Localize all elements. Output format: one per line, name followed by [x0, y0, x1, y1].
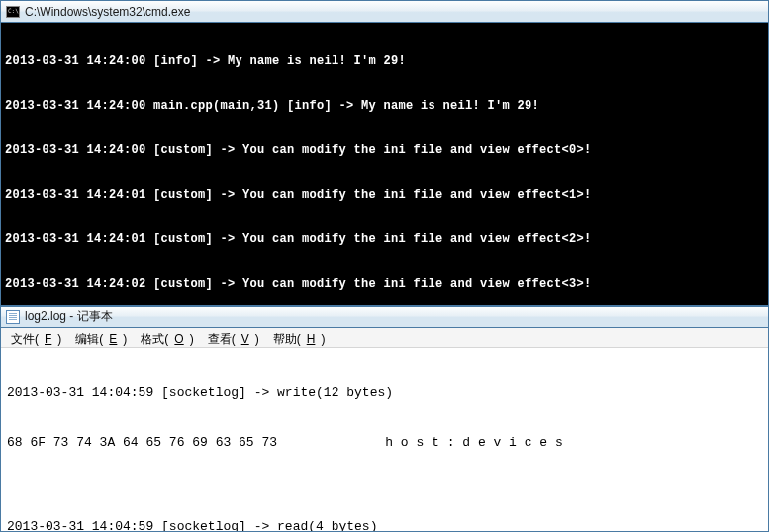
cmd-line: 2013-03-31 14:24:02 [custom] -> You can …	[5, 277, 764, 292]
cmd-line: 2013-03-31 14:24:00 [custom] -> You can …	[5, 143, 764, 158]
cmd-line: 2013-03-31 14:24:01 [custom] -> You can …	[5, 232, 764, 247]
log-line: 2013-03-31 14:04:59 [socketlog] -> read(…	[7, 518, 762, 531]
cmd-output[interactable]: 2013-03-31 14:24:00 [info] -> My name is…	[1, 23, 768, 305]
notepad-window: log2.log - 记事本 文件(F) 编辑(E) 格式(O) 查看(V) 帮…	[0, 306, 769, 532]
notepad-text-area[interactable]: 2013-03-31 14:04:59 [socketlog] -> write…	[1, 348, 768, 531]
notepad-title: log2.log - 记事本	[25, 309, 764, 325]
menu-format[interactable]: 格式(O)	[135, 330, 199, 345]
menu-edit[interactable]: 编辑(E)	[69, 330, 133, 345]
log-line: 68 6F 73 74 3A 64 65 76 69 63 65 73 h o …	[7, 434, 762, 451]
notepad-titlebar[interactable]: log2.log - 记事本	[1, 307, 768, 328]
cmd-line: 2013-03-31 14:24:00 main.cpp(main,31) [i…	[5, 99, 764, 114]
cmd-line: 2013-03-31 14:24:00 [info] -> My name is…	[5, 54, 764, 69]
cmd-icon	[5, 5, 21, 19]
log-line: 2013-03-31 14:04:59 [socketlog] -> write…	[7, 384, 762, 400]
cmd-title: C:\Windows\system32\cmd.exe	[25, 5, 764, 19]
cmd-line: 2013-03-31 14:24:01 [custom] -> You can …	[5, 188, 764, 203]
menu-help[interactable]: 帮助(H)	[267, 330, 332, 345]
cmd-titlebar[interactable]: C:\Windows\system32\cmd.exe	[1, 1, 768, 23]
cmd-window: C:\Windows\system32\cmd.exe 2013-03-31 1…	[0, 0, 769, 306]
notepad-menubar: 文件(F) 编辑(E) 格式(O) 查看(V) 帮助(H)	[1, 328, 768, 348]
menu-file[interactable]: 文件(F)	[5, 330, 67, 345]
menu-view[interactable]: 查看(V)	[202, 330, 265, 345]
notepad-icon	[5, 310, 21, 324]
